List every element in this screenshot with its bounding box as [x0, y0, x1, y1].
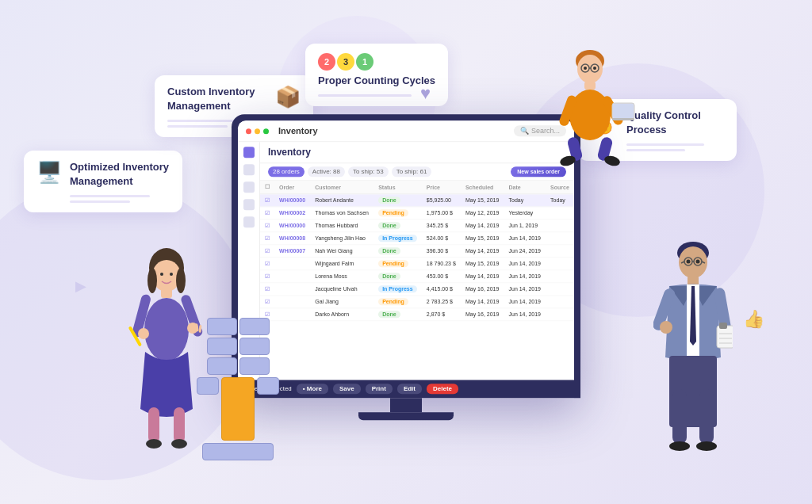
- cell-checkbox[interactable]: ☑: [260, 220, 274, 232]
- cell-price: 2 783.25 $: [422, 296, 461, 308]
- box-small-2: [257, 377, 279, 395]
- cell-checkbox[interactable]: ☑: [260, 207, 274, 220]
- cell-order: WH/00002: [274, 207, 310, 220]
- box-item-3: [207, 338, 237, 355]
- cell-checkbox[interactable]: ☑: [260, 258, 274, 270]
- card-underline-2: [70, 200, 130, 203]
- sidebar-icon-1[interactable]: [243, 147, 255, 158]
- cell-checkbox[interactable]: ☑: [260, 270, 274, 283]
- boxes-icon: 📦: [275, 85, 301, 109]
- table-row: ☑ WH/00008 Yangsheng Jilin Hao In Progre…: [260, 232, 574, 245]
- cell-checkbox[interactable]: ☑: [260, 245, 274, 258]
- cell-customer: Robert Andante: [310, 194, 373, 207]
- cell-price: 524.00 $: [422, 232, 461, 245]
- more-button[interactable]: • More: [297, 384, 328, 394]
- cell-checkbox[interactable]: ☑: [260, 296, 274, 308]
- th-checkbox: ☐: [260, 181, 274, 194]
- cell-customer: Darko Ahborn: [310, 308, 373, 321]
- cell-order: WH/00008: [274, 232, 310, 245]
- cell-scheduled: May 14, 2019: [461, 245, 504, 258]
- sidebar-icon-5[interactable]: [243, 216, 255, 227]
- character-sitting: [542, 44, 638, 170]
- filter-chip-3[interactable]: To ship: 53: [348, 166, 389, 177]
- play-icon: ▶: [75, 277, 86, 295]
- heart-icon: ♥: [420, 83, 431, 104]
- cell-customer: Lorena Moss: [310, 270, 373, 283]
- cell-scheduled: May 14, 2019: [461, 270, 504, 283]
- svg-point-34: [669, 441, 690, 451]
- cell-scheduled: May 15, 2019: [461, 194, 504, 207]
- svg-point-8: [138, 328, 149, 339]
- cell-scheduled: May 12, 2019: [461, 207, 504, 220]
- close-dot[interactable]: [246, 128, 251, 134]
- save-button[interactable]: Save: [333, 384, 361, 394]
- svg-rect-13: [148, 407, 159, 443]
- cell-date: Yesterday: [504, 207, 546, 220]
- svg-point-5: [144, 298, 189, 361]
- svg-point-18: [170, 273, 173, 276]
- sidebar-icon-3[interactable]: [243, 181, 255, 193]
- card-quality-title: Quality Control Process: [626, 109, 724, 137]
- svg-point-37: [696, 260, 700, 264]
- cell-status: Pending: [373, 207, 422, 220]
- cell-status: Done: [373, 220, 422, 232]
- screen-body: Inventory 28 orders Active: 88 To ship: …: [238, 142, 574, 380]
- cell-checkbox[interactable]: ☑: [260, 232, 274, 245]
- action-bar: 1 items selected • More Save Print Edit …: [238, 380, 574, 398]
- filter-bar: 28 orders Active: 88 To ship: 53 To ship…: [260, 163, 574, 181]
- cell-status: In Progress: [373, 232, 422, 245]
- filter-chip-1[interactable]: 28 orders: [268, 166, 304, 177]
- table-row: ☑ WH/00002 Thomas von Sachsen Pending 1,…: [260, 207, 574, 220]
- maximize-dot[interactable]: [263, 128, 269, 134]
- cell-customer: Yangsheng Jilin Hao: [310, 232, 373, 245]
- cell-order: [274, 308, 310, 321]
- cell-price: 453.00 $: [422, 270, 461, 283]
- cell-source: [546, 245, 574, 258]
- female-svg: [123, 235, 210, 456]
- box-row-2: [207, 338, 270, 355]
- minimize-dot[interactable]: [255, 128, 260, 134]
- filter-chip-2[interactable]: Active: 88: [308, 166, 345, 177]
- cell-order: WH/00000: [274, 194, 310, 207]
- table-row: ☑ WH/00000 Thomas Hubbard Done 345.25 $ …: [260, 220, 574, 232]
- card-underline: [70, 195, 150, 197]
- cell-date: Jun 14, 2019: [504, 258, 546, 270]
- cell-status: Pending: [373, 296, 422, 308]
- cell-checkbox[interactable]: ☑: [260, 194, 274, 207]
- thumbup-icon-right: 👍: [743, 309, 764, 330]
- svg-rect-4: [161, 288, 172, 298]
- th-source: Source: [546, 181, 574, 194]
- sidebar-icon-2[interactable]: [243, 164, 255, 175]
- cell-scheduled: May 15, 2019: [461, 258, 504, 270]
- cell-status: Done: [373, 308, 422, 321]
- svg-rect-56: [613, 104, 634, 118]
- table-row: ☑ WH/00007 Nah Wei Giang Done 396.30 $ M…: [260, 245, 574, 258]
- cell-scheduled: May 16, 2019: [461, 308, 504, 321]
- card-underline-4: [167, 125, 228, 128]
- filter-chip-4[interactable]: To ship: 61: [392, 166, 432, 177]
- print-button[interactable]: Print: [366, 384, 393, 394]
- box-tall: [221, 377, 255, 441]
- svg-point-49: [593, 67, 596, 70]
- cell-status: Done: [373, 194, 422, 207]
- monitor: Inventory 🔍 Search...: [232, 114, 580, 398]
- cell-order: [274, 258, 310, 270]
- th-date: Date: [504, 181, 546, 194]
- cell-status: In Progress: [373, 283, 422, 296]
- delete-button[interactable]: Delete: [427, 384, 458, 394]
- cell-source: [546, 283, 574, 296]
- edit-button[interactable]: Edit: [397, 384, 422, 394]
- card-underline-6: [626, 143, 704, 146]
- th-order: Order: [274, 181, 310, 194]
- card-custom-title: Custom Inventory Management: [167, 85, 267, 113]
- monitor-stand: [232, 398, 580, 420]
- table-row: ☑ Lorena Moss Done 453.00 $ May 14, 2019…: [260, 270, 574, 283]
- cell-checkbox[interactable]: ☑: [260, 283, 274, 296]
- svg-rect-25: [719, 323, 727, 329]
- num-1-badge: 1: [356, 53, 373, 71]
- male-svg: [653, 231, 733, 460]
- svg-rect-50: [584, 82, 596, 90]
- cell-source: [546, 220, 574, 232]
- box-row-3: [207, 357, 270, 375]
- sidebar-icon-4[interactable]: [243, 199, 255, 210]
